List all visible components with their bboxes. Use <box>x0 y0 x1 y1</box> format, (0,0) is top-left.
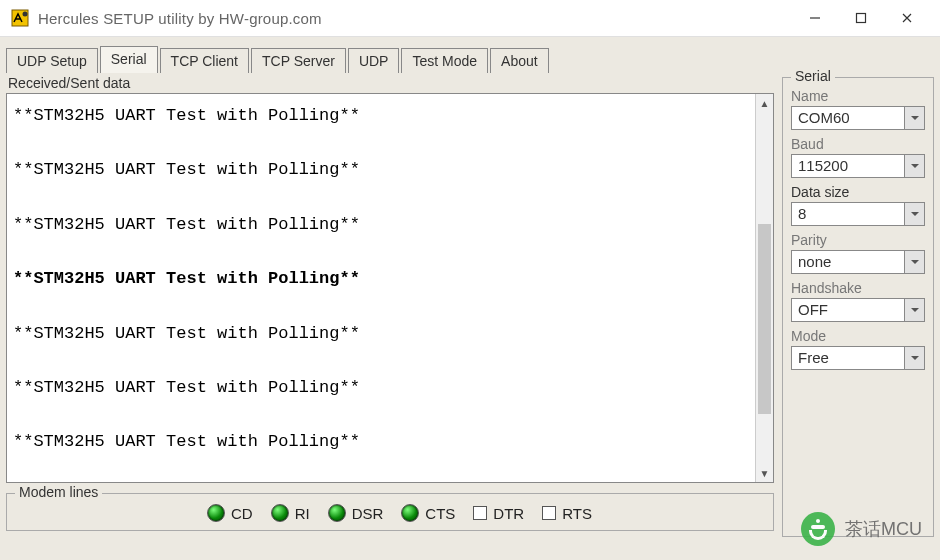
terminal-line: **STM32H5 UART Test with Polling** <box>13 265 749 292</box>
chevron-down-icon[interactable] <box>904 155 924 177</box>
svg-point-1 <box>23 12 28 17</box>
combo-value: COM60 <box>792 107 904 129</box>
terminal-line: **STM32H5 UART Test with Polling** <box>13 320 749 347</box>
led-label: DSR <box>352 505 384 522</box>
checkbox-label: DTR <box>493 505 524 522</box>
tab-about[interactable]: About <box>490 48 549 73</box>
led-label: CTS <box>425 505 455 522</box>
combo-value: none <box>792 251 904 273</box>
modem-led-ri: RI <box>271 504 310 522</box>
serial-label-handshake: Handshake <box>791 280 925 296</box>
minimize-button[interactable] <box>792 0 838 36</box>
modem-check-rts[interactable]: RTS <box>542 505 592 522</box>
tab-tcp-server[interactable]: TCP Server <box>251 48 346 73</box>
combo-value: 115200 <box>792 155 904 177</box>
tab-test-mode[interactable]: Test Mode <box>401 48 488 73</box>
terminal-line: **STM32H5 UART Test with Polling** <box>13 156 749 183</box>
terminal-scrollbar[interactable]: ▲ ▼ <box>755 94 773 482</box>
led-icon <box>207 504 225 522</box>
chevron-down-icon[interactable] <box>904 251 924 273</box>
scroll-thumb[interactable] <box>758 224 771 414</box>
terminal-line <box>13 238 749 265</box>
modem-led-cts: CTS <box>401 504 455 522</box>
modem-lines-group: Modem lines CDRIDSRCTSDTRRTS <box>6 493 774 531</box>
serial-combo-data-size[interactable]: 8 <box>791 202 925 226</box>
led-icon <box>328 504 346 522</box>
modem-led-dsr: DSR <box>328 504 384 522</box>
serial-label-parity: Parity <box>791 232 925 248</box>
serial-legend: Serial <box>791 68 835 84</box>
chevron-down-icon[interactable] <box>904 203 924 225</box>
modem-led-cd: CD <box>207 504 253 522</box>
serial-label-mode: Mode <box>791 328 925 344</box>
led-icon <box>271 504 289 522</box>
modem-check-dtr[interactable]: DTR <box>473 505 524 522</box>
serial-combo-handshake[interactable]: OFF <box>791 298 925 322</box>
scroll-up-button[interactable]: ▲ <box>756 94 773 112</box>
terminal-line: **STM32H5 UART Test with Polling** <box>13 428 749 455</box>
serial-group: Serial NameCOM60Baud115200Data size8Pari… <box>782 77 934 537</box>
serial-label-baud: Baud <box>791 136 925 152</box>
led-label: RI <box>295 505 310 522</box>
combo-value: 8 <box>792 203 904 225</box>
serial-label-data-size: Data size <box>791 184 925 200</box>
combo-value: OFF <box>792 299 904 321</box>
chevron-down-icon[interactable] <box>904 107 924 129</box>
maximize-button[interactable] <box>838 0 884 36</box>
terminal-output: **STM32H5 UART Test with Polling** **STM… <box>7 94 755 482</box>
checkbox-label: RTS <box>562 505 592 522</box>
wechat-icon <box>801 512 835 546</box>
terminal-line <box>13 129 749 156</box>
tab-serial[interactable]: Serial <box>100 46 158 73</box>
terminal-line <box>13 184 749 211</box>
serial-combo-baud[interactable]: 115200 <box>791 154 925 178</box>
terminal-line <box>13 347 749 374</box>
terminal-line: **STM32H5 UART Test with Polling** <box>13 374 749 401</box>
combo-value: Free <box>792 347 904 369</box>
serial-combo-name[interactable]: COM60 <box>791 106 925 130</box>
terminal-panel: **STM32H5 UART Test with Polling** **STM… <box>6 93 774 483</box>
checkbox-icon[interactable] <box>542 506 556 520</box>
watermark-text: 茶话MCU <box>845 517 922 541</box>
chevron-down-icon[interactable] <box>904 347 924 369</box>
terminal-line <box>13 401 749 428</box>
serial-combo-mode[interactable]: Free <box>791 346 925 370</box>
window-title: Hercules SETUP utility by HW-group.com <box>38 10 792 27</box>
tab-udp[interactable]: UDP <box>348 48 400 73</box>
modem-lines-legend: Modem lines <box>15 484 102 500</box>
svg-rect-2 <box>857 14 866 23</box>
title-bar: Hercules SETUP utility by HW-group.com <box>0 0 940 36</box>
watermark: 茶话MCU <box>801 512 922 546</box>
scroll-down-button[interactable]: ▼ <box>756 464 773 482</box>
received-sent-label: Received/Sent data <box>8 75 774 91</box>
tab-udp-setup[interactable]: UDP Setup <box>6 48 98 73</box>
terminal-line <box>13 292 749 319</box>
checkbox-icon[interactable] <box>473 506 487 520</box>
app-icon <box>10 8 30 28</box>
tab-tcp-client[interactable]: TCP Client <box>160 48 249 73</box>
led-label: CD <box>231 505 253 522</box>
terminal-line: **STM32H5 UART Test with Polling** <box>13 211 749 238</box>
terminal-line: **STM32H5 UART Test with Polling** <box>13 102 749 129</box>
chevron-down-icon[interactable] <box>904 299 924 321</box>
close-button[interactable] <box>884 0 930 36</box>
led-icon <box>401 504 419 522</box>
serial-label-name: Name <box>791 88 925 104</box>
serial-combo-parity[interactable]: none <box>791 250 925 274</box>
